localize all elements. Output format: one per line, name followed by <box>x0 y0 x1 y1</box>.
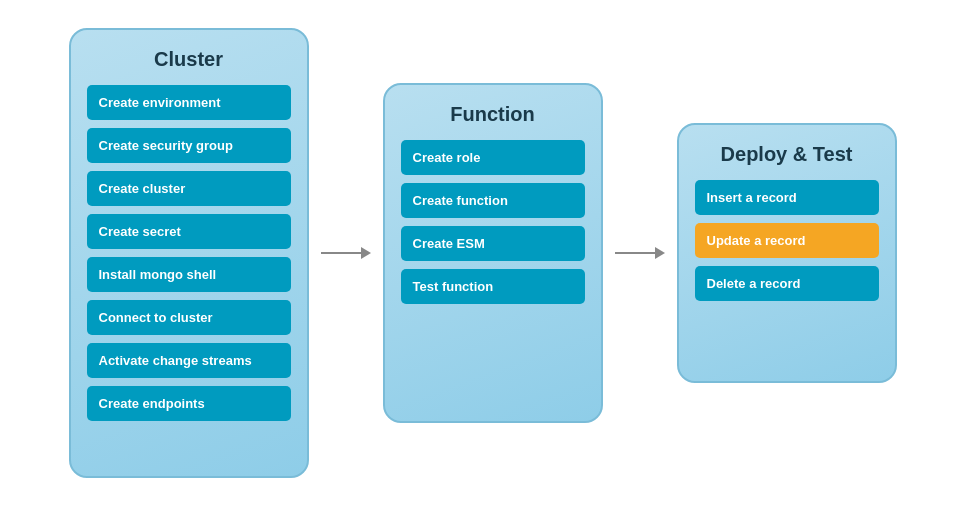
deploy-item-1[interactable]: Update a record <box>695 223 879 258</box>
arrow-2-head <box>655 247 665 259</box>
cluster-item-2[interactable]: Create cluster <box>87 171 291 206</box>
cluster-item-6[interactable]: Activate change streams <box>87 343 291 378</box>
cluster-panel: Cluster Create environment Create securi… <box>69 28 309 478</box>
function-item-2[interactable]: Create ESM <box>401 226 585 261</box>
arrow-2-line <box>615 252 655 254</box>
arrow-1-line <box>321 252 361 254</box>
deploy-item-0[interactable]: Insert a record <box>695 180 879 215</box>
arrow-2-shape <box>615 247 665 259</box>
cluster-items-list: Create environment Create security group… <box>87 85 291 421</box>
arrow-1-shape <box>321 247 371 259</box>
function-item-1[interactable]: Create function <box>401 183 585 218</box>
function-item-3[interactable]: Test function <box>401 269 585 304</box>
cluster-item-3[interactable]: Create secret <box>87 214 291 249</box>
diagram: Cluster Create environment Create securi… <box>49 8 917 498</box>
function-item-0[interactable]: Create role <box>401 140 585 175</box>
arrow-1-head <box>361 247 371 259</box>
deploy-item-2[interactable]: Delete a record <box>695 266 879 301</box>
cluster-item-4[interactable]: Install mongo shell <box>87 257 291 292</box>
function-title: Function <box>450 103 534 126</box>
cluster-title: Cluster <box>154 48 223 71</box>
cluster-item-0[interactable]: Create environment <box>87 85 291 120</box>
deploy-title: Deploy & Test <box>721 143 853 166</box>
cluster-item-1[interactable]: Create security group <box>87 128 291 163</box>
deploy-panel: Deploy & Test Insert a record Update a r… <box>677 123 897 383</box>
function-items-list: Create role Create function Create ESM T… <box>401 140 585 304</box>
deploy-items-list: Insert a record Update a record Delete a… <box>695 180 879 301</box>
function-panel: Function Create role Create function Cre… <box>383 83 603 423</box>
arrow-2 <box>603 247 677 259</box>
cluster-item-7[interactable]: Create endpoints <box>87 386 291 421</box>
arrow-1 <box>309 247 383 259</box>
cluster-item-5[interactable]: Connect to cluster <box>87 300 291 335</box>
